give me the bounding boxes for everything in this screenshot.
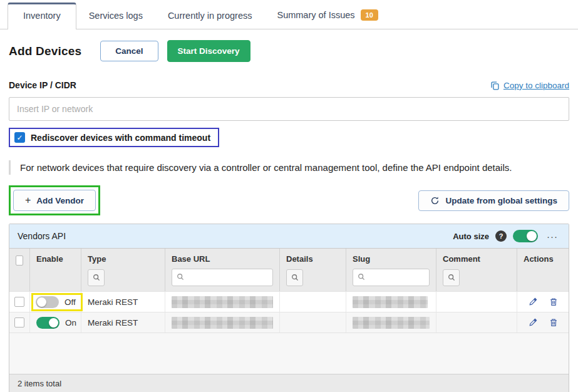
toggle-knob [37, 297, 46, 307]
device-ip-input[interactable] [9, 97, 569, 121]
base-url-filter-input[interactable] [172, 269, 273, 286]
delete-icon[interactable] [549, 318, 558, 327]
enable-cell: On [30, 312, 81, 333]
rediscover-label: Rediscover devices with command timeout [31, 133, 210, 143]
redacted-slug [353, 317, 430, 329]
table-row: On Meraki REST [9, 312, 569, 333]
refresh-icon [430, 196, 440, 205]
cancel-button[interactable]: Cancel [100, 41, 158, 61]
grid-title-bar: Vendors API Auto size ? ··· [9, 224, 569, 248]
details-cell [280, 312, 346, 333]
enable-cell: Off [30, 292, 81, 312]
column-label: Actions [524, 254, 562, 264]
table-row: Off Meraki REST [9, 291, 569, 312]
toggle-knob [527, 231, 537, 241]
page-title: Add Devices [9, 44, 81, 58]
edit-icon[interactable] [529, 297, 537, 306]
column-label: Slug [353, 254, 430, 264]
grid-title: Vendors API [18, 231, 66, 241]
comment-cell [436, 292, 517, 312]
column-header-comment: Comment [436, 249, 517, 291]
row-select-cell [9, 292, 30, 312]
toggle-state-label: On [65, 318, 76, 328]
type-cell: Meraki REST [81, 312, 165, 333]
redacted-slug [353, 296, 428, 308]
add-vendor-button[interactable]: + Add Vendor [13, 190, 96, 211]
tab-label: Inventory [23, 11, 61, 21]
heading-row: Add Devices Cancel Start Discovery [9, 40, 569, 62]
vendor-actions-row: + Add Vendor Update from global settings [9, 185, 569, 215]
type-cell: Meraki REST [81, 292, 165, 312]
base-url-cell [165, 312, 280, 333]
grid-title-controls: Auto size ? ··· [453, 230, 560, 242]
redacted-base-url [172, 317, 273, 329]
annotation-box-green: + Add Vendor [9, 185, 100, 215]
tab-label: Currently in progress [168, 11, 252, 21]
type-filter-button[interactable] [88, 269, 105, 286]
table-menu-icon[interactable]: ··· [544, 231, 560, 242]
rediscover-checkbox[interactable]: ✓ [14, 132, 25, 143]
row-select-cell [9, 312, 30, 333]
table-footer: 2 items total [9, 374, 569, 392]
tab-label: Summary of Issues [277, 10, 354, 20]
search-icon [358, 273, 365, 281]
tab-inventory[interactable]: Inventory [8, 3, 76, 29]
search-icon [177, 273, 184, 281]
column-label: Type [88, 254, 158, 264]
auto-size-label: Auto size [453, 232, 489, 241]
copy-icon [490, 81, 500, 90]
tab-bar: Inventory Services logs Currently in pro… [0, 0, 578, 29]
column-label: Details [286, 254, 339, 264]
enable-toggle[interactable] [36, 317, 59, 329]
column-header-actions: Actions [517, 249, 569, 291]
actions-cell [517, 312, 569, 333]
plus-icon: + [25, 195, 31, 205]
column-header-slug: Slug [346, 249, 436, 291]
issues-count-badge: 10 [361, 9, 378, 21]
actions-cell [517, 292, 569, 312]
help-icon[interactable]: ? [495, 230, 507, 242]
copy-link-label: Copy to clipboard [503, 81, 569, 90]
tab-summary-of-issues[interactable]: Summary of Issues 10 [264, 2, 390, 29]
column-header-base-url: Base URL [165, 249, 280, 291]
select-all-checkbox[interactable] [16, 255, 23, 266]
slug-cell [346, 312, 436, 333]
tab-services-logs[interactable]: Services logs [76, 3, 155, 29]
api-endpoint-info: For network devices that require discove… [9, 160, 569, 175]
details-filter-button[interactable] [286, 269, 303, 286]
column-header-details: Details [280, 249, 346, 291]
copy-to-clipboard-link[interactable]: Copy to clipboard [490, 81, 569, 90]
update-label: Update from global settings [445, 196, 557, 205]
row-checkbox[interactable] [14, 317, 24, 328]
tab-currently-in-progress[interactable]: Currently in progress [155, 3, 265, 29]
column-label: Comment [443, 254, 510, 264]
update-from-global-settings-button[interactable]: Update from global settings [418, 190, 569, 211]
annotation-box-blue: ✓ Rediscover devices with command timeou… [9, 128, 219, 147]
tab-label: Services logs [89, 11, 143, 21]
select-all-cell [9, 249, 30, 291]
enable-toggle[interactable] [36, 296, 59, 308]
device-ip-label: Device IP / CIDR [9, 80, 76, 90]
vendors-api-table: Vendors API Auto size ? ··· Enable Type [9, 224, 569, 392]
start-discovery-button[interactable]: Start Discovery [167, 40, 250, 62]
auto-size-toggle[interactable] [513, 230, 538, 242]
comment-filter-button[interactable] [443, 269, 460, 286]
slug-filter [353, 269, 430, 286]
table-header-row: Enable Type Base URL [9, 248, 569, 291]
column-label: Base URL [172, 254, 273, 264]
slug-cell [346, 292, 436, 312]
column-label: Enable [36, 254, 75, 264]
base-url-cell [165, 292, 280, 312]
details-cell [280, 292, 346, 312]
table-empty-area [9, 333, 569, 374]
add-vendor-label: Add Vendor [36, 196, 84, 205]
toggle-state-label: Off [65, 297, 76, 307]
edit-icon[interactable] [529, 318, 537, 327]
row-checkbox[interactable] [14, 297, 24, 307]
annotation-box-yellow: Off [31, 293, 83, 311]
comment-cell [436, 312, 517, 333]
page: Inventory Services logs Currently in pro… [0, 0, 578, 392]
delete-icon[interactable] [549, 297, 558, 306]
column-header-enable: Enable [30, 249, 81, 291]
device-ip-header: Device IP / CIDR Copy to clipboard [9, 80, 569, 90]
